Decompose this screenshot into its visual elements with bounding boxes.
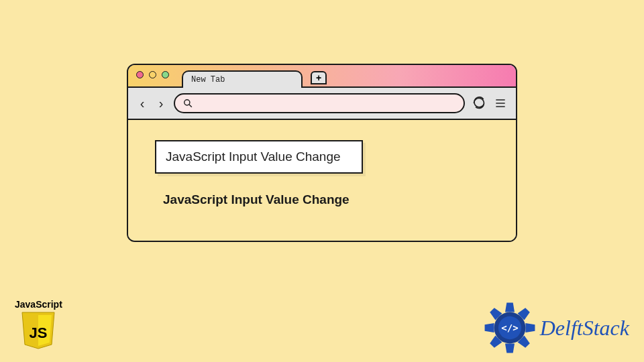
- search-icon: [183, 99, 193, 108]
- reload-icon: [472, 97, 486, 110]
- svg-marker-10: [525, 323, 535, 333]
- svg-marker-8: [505, 303, 515, 312]
- js-shield-icon: JS: [21, 311, 56, 350]
- window-controls: [136, 71, 169, 78]
- new-tab-button[interactable]: +: [311, 71, 327, 84]
- page-content: JavaScript Input Value Change JavaScript…: [128, 119, 516, 241]
- maximize-icon[interactable]: [162, 71, 169, 78]
- delftstack-icon: </>: [484, 302, 536, 354]
- output-text: JavaScript Input Value Change: [163, 192, 497, 207]
- back-button[interactable]: ‹: [136, 96, 148, 111]
- svg-marker-14: [484, 323, 494, 333]
- menu-button[interactable]: [493, 97, 508, 110]
- plus-icon: +: [316, 72, 321, 83]
- svg-text:JS: JS: [30, 324, 48, 341]
- svg-marker-12: [505, 343, 515, 353]
- text-input[interactable]: JavaScript Input Value Change: [155, 140, 363, 174]
- browser-window: New Tab + ‹ › Ja: [127, 64, 517, 242]
- close-icon[interactable]: [136, 71, 144, 78]
- svg-line-1: [189, 105, 192, 107]
- forward-button[interactable]: ›: [155, 96, 167, 111]
- hamburger-icon: [494, 97, 507, 110]
- svg-text:</>: </>: [501, 322, 518, 333]
- javascript-logo: JavaScript JS: [15, 299, 62, 350]
- minimize-icon[interactable]: [149, 71, 156, 78]
- url-bar[interactable]: [174, 93, 465, 113]
- tab-strip: New Tab +: [128, 65, 516, 86]
- delftstack-text: DelftStack: [540, 316, 629, 341]
- tab-label: New Tab: [191, 75, 225, 84]
- toolbar: ‹ ›: [128, 86, 516, 119]
- javascript-label: JavaScript: [15, 299, 62, 310]
- reload-button[interactable]: [472, 97, 486, 110]
- delftstack-logo: </> DelftStack: [484, 302, 629, 354]
- svg-point-0: [184, 100, 190, 105]
- tab-new[interactable]: New Tab: [182, 70, 303, 88]
